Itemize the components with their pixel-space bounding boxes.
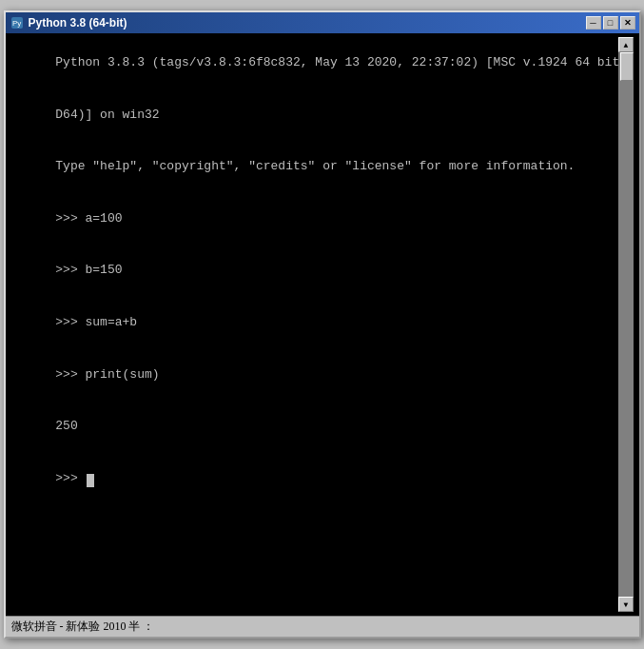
cursor <box>87 474 94 487</box>
console-line-6: >>> sum=a+b <box>55 315 137 329</box>
console-line-7: >>> print(sum) <box>55 367 159 382</box>
console-line-1: Python 3.8.3 (tags/v3.8.3:6f8c832, May 1… <box>55 55 617 69</box>
scroll-up-button[interactable]: ▲ <box>618 37 634 52</box>
console-line-8: 250 <box>55 419 77 433</box>
scroll-down-button[interactable]: ▼ <box>618 597 634 612</box>
console-prompt: >>> <box>55 471 85 485</box>
scroll-track[interactable] <box>619 52 634 597</box>
console-line-3: Type "help", "copyright", "credits" or "… <box>55 159 575 173</box>
console-line-2: D64)] on win32 <box>55 108 159 122</box>
maximize-button[interactable]: □ <box>603 16 618 30</box>
python-window: Py Python 3.8 (64-bit) ─ □ ✕ Python 3.8.… <box>4 10 641 639</box>
window-title: Python 3.8 (64-bit) <box>29 16 127 30</box>
titlebar-left: Py Python 3.8 (64-bit) <box>10 15 127 30</box>
minimize-button[interactable]: ─ <box>586 16 601 30</box>
scrollbar[interactable]: ▲ ▼ <box>618 37 634 612</box>
scroll-thumb[interactable] <box>620 52 634 81</box>
console-area[interactable]: Python 3.8.3 (tags/v3.8.3:6f8c832, May 1… <box>6 33 639 616</box>
console-line-5: >>> b=150 <box>55 263 122 277</box>
titlebar: Py Python 3.8 (64-bit) ─ □ ✕ <box>6 12 639 33</box>
ime-status: 微软拼音 - 新体验 2010 半 ： <box>11 619 155 635</box>
close-button[interactable]: ✕ <box>620 16 635 30</box>
python-icon: Py <box>10 15 25 30</box>
statusbar: 微软拼音 - 新体验 2010 半 ： <box>6 616 639 637</box>
svg-text:Py: Py <box>12 19 21 28</box>
console-line-4: >>> a=100 <box>55 211 122 226</box>
console-output: Python 3.8.3 (tags/v3.8.3:6f8c832, May 1… <box>11 37 618 612</box>
window-controls: ─ □ ✕ <box>586 16 635 30</box>
